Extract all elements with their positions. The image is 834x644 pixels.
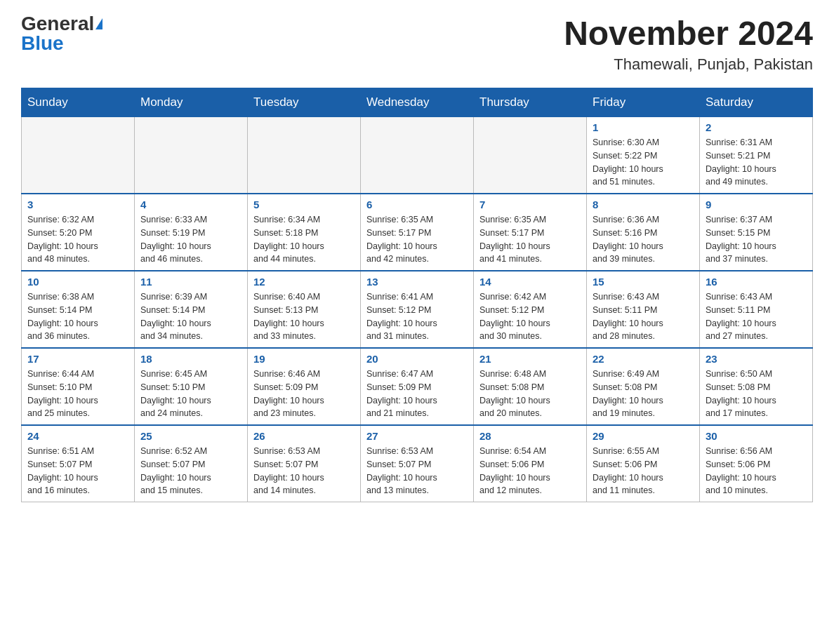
calendar-day-cell: 10Sunrise: 6:38 AM Sunset: 5:14 PM Dayli… <box>22 271 135 348</box>
calendar-week-row: 3Sunrise: 6:32 AM Sunset: 5:20 PM Daylig… <box>22 194 813 271</box>
day-number: 6 <box>366 199 468 210</box>
day-info: Sunrise: 6:44 AM Sunset: 5:10 PM Dayligh… <box>27 368 128 420</box>
day-info: Sunrise: 6:43 AM Sunset: 5:11 PM Dayligh… <box>706 290 807 343</box>
day-info: Sunrise: 6:36 AM Sunset: 5:16 PM Dayligh… <box>593 213 694 266</box>
calendar-day-cell: 2Sunrise: 6:31 AM Sunset: 5:21 PM Daylig… <box>700 117 813 194</box>
calendar-week-row: 17Sunrise: 6:44 AM Sunset: 5:10 PM Dayli… <box>22 348 813 425</box>
day-number: 2 <box>706 121 807 133</box>
day-number: 7 <box>479 199 581 210</box>
day-number: 18 <box>140 353 241 365</box>
day-info: Sunrise: 6:43 AM Sunset: 5:11 PM Dayligh… <box>593 290 694 343</box>
day-number: 3 <box>27 199 128 210</box>
day-number: 29 <box>593 430 694 442</box>
day-info: Sunrise: 6:31 AM Sunset: 5:21 PM Dayligh… <box>706 136 807 189</box>
day-info: Sunrise: 6:54 AM Sunset: 5:06 PM Dayligh… <box>479 445 581 497</box>
day-number: 13 <box>366 276 468 288</box>
day-info: Sunrise: 6:35 AM Sunset: 5:17 PM Dayligh… <box>479 213 581 266</box>
calendar-day-cell: 25Sunrise: 6:52 AM Sunset: 5:07 PM Dayli… <box>135 425 248 502</box>
day-info: Sunrise: 6:48 AM Sunset: 5:08 PM Dayligh… <box>479 368 581 420</box>
weekday-header-wednesday: Wednesday <box>361 88 474 117</box>
weekday-header-thursday: Thursday <box>474 88 587 117</box>
day-number: 20 <box>366 353 468 365</box>
day-number: 26 <box>253 430 355 442</box>
day-number: 12 <box>253 276 355 288</box>
logo: General Blue <box>21 14 102 53</box>
day-number: 5 <box>253 199 355 210</box>
weekday-header-sunday: Sunday <box>22 88 135 117</box>
calendar-day-cell <box>248 117 361 194</box>
day-number: 15 <box>593 276 694 288</box>
calendar-day-cell: 15Sunrise: 6:43 AM Sunset: 5:11 PM Dayli… <box>587 271 700 348</box>
day-info: Sunrise: 6:55 AM Sunset: 5:06 PM Dayligh… <box>593 445 694 497</box>
day-info: Sunrise: 6:42 AM Sunset: 5:12 PM Dayligh… <box>479 290 581 343</box>
day-number: 21 <box>479 353 581 365</box>
weekday-header-monday: Monday <box>135 88 248 117</box>
calendar-day-cell: 16Sunrise: 6:43 AM Sunset: 5:11 PM Dayli… <box>700 271 813 348</box>
weekday-header-friday: Friday <box>587 88 700 117</box>
calendar-day-cell: 6Sunrise: 6:35 AM Sunset: 5:17 PM Daylig… <box>361 194 474 271</box>
day-number: 25 <box>140 430 241 442</box>
calendar-week-row: 1Sunrise: 6:30 AM Sunset: 5:22 PM Daylig… <box>22 117 813 194</box>
day-info: Sunrise: 6:39 AM Sunset: 5:14 PM Dayligh… <box>140 290 241 343</box>
day-number: 10 <box>27 276 128 288</box>
day-info: Sunrise: 6:33 AM Sunset: 5:19 PM Dayligh… <box>140 213 241 266</box>
calendar-day-cell: 8Sunrise: 6:36 AM Sunset: 5:16 PM Daylig… <box>587 194 700 271</box>
day-number: 4 <box>140 199 241 210</box>
day-info: Sunrise: 6:35 AM Sunset: 5:17 PM Dayligh… <box>366 213 468 266</box>
weekday-header-tuesday: Tuesday <box>248 88 361 117</box>
day-number: 9 <box>706 199 807 210</box>
calendar-header-row: SundayMondayTuesdayWednesdayThursdayFrid… <box>22 88 813 117</box>
location-label: Thamewali, Punjab, Pakistan <box>564 55 813 74</box>
day-info: Sunrise: 6:53 AM Sunset: 5:07 PM Dayligh… <box>366 445 468 497</box>
calendar-day-cell: 21Sunrise: 6:48 AM Sunset: 5:08 PM Dayli… <box>474 348 587 425</box>
day-number: 16 <box>706 276 807 288</box>
day-info: Sunrise: 6:53 AM Sunset: 5:07 PM Dayligh… <box>253 445 355 497</box>
day-info: Sunrise: 6:41 AM Sunset: 5:12 PM Dayligh… <box>366 290 468 343</box>
calendar-week-row: 10Sunrise: 6:38 AM Sunset: 5:14 PM Dayli… <box>22 271 813 348</box>
calendar-day-cell: 7Sunrise: 6:35 AM Sunset: 5:17 PM Daylig… <box>474 194 587 271</box>
day-info: Sunrise: 6:37 AM Sunset: 5:15 PM Dayligh… <box>706 213 807 266</box>
calendar-day-cell: 23Sunrise: 6:50 AM Sunset: 5:08 PM Dayli… <box>700 348 813 425</box>
page-header: General Blue November 2024 Thamewali, Pu… <box>21 14 813 74</box>
day-info: Sunrise: 6:40 AM Sunset: 5:13 PM Dayligh… <box>253 290 355 343</box>
day-number: 8 <box>593 199 694 210</box>
day-number: 28 <box>479 430 581 442</box>
day-info: Sunrise: 6:49 AM Sunset: 5:08 PM Dayligh… <box>593 368 694 420</box>
weekday-header-saturday: Saturday <box>700 88 813 117</box>
day-number: 19 <box>253 353 355 365</box>
calendar-day-cell: 28Sunrise: 6:54 AM Sunset: 5:06 PM Dayli… <box>474 425 587 502</box>
day-number: 30 <box>706 430 807 442</box>
calendar-day-cell: 11Sunrise: 6:39 AM Sunset: 5:14 PM Dayli… <box>135 271 248 348</box>
day-number: 27 <box>366 430 468 442</box>
day-info: Sunrise: 6:34 AM Sunset: 5:18 PM Dayligh… <box>253 213 355 266</box>
calendar-day-cell: 12Sunrise: 6:40 AM Sunset: 5:13 PM Dayli… <box>248 271 361 348</box>
calendar-day-cell: 27Sunrise: 6:53 AM Sunset: 5:07 PM Dayli… <box>361 425 474 502</box>
calendar-day-cell: 17Sunrise: 6:44 AM Sunset: 5:10 PM Dayli… <box>22 348 135 425</box>
day-number: 1 <box>593 121 694 133</box>
day-info: Sunrise: 6:30 AM Sunset: 5:22 PM Dayligh… <box>593 136 694 189</box>
day-info: Sunrise: 6:45 AM Sunset: 5:10 PM Dayligh… <box>140 368 241 420</box>
day-number: 24 <box>27 430 128 442</box>
calendar-table: SundayMondayTuesdayWednesdayThursdayFrid… <box>21 88 813 502</box>
title-section: November 2024 Thamewali, Punjab, Pakista… <box>564 14 813 74</box>
calendar-day-cell <box>22 117 135 194</box>
calendar-day-cell: 14Sunrise: 6:42 AM Sunset: 5:12 PM Dayli… <box>474 271 587 348</box>
calendar-day-cell: 26Sunrise: 6:53 AM Sunset: 5:07 PM Dayli… <box>248 425 361 502</box>
day-info: Sunrise: 6:56 AM Sunset: 5:06 PM Dayligh… <box>706 445 807 497</box>
month-title: November 2024 <box>564 14 813 53</box>
day-info: Sunrise: 6:51 AM Sunset: 5:07 PM Dayligh… <box>27 445 128 497</box>
calendar-day-cell: 9Sunrise: 6:37 AM Sunset: 5:15 PM Daylig… <box>700 194 813 271</box>
logo-general-text: General <box>21 14 94 34</box>
calendar-day-cell: 20Sunrise: 6:47 AM Sunset: 5:09 PM Dayli… <box>361 348 474 425</box>
day-info: Sunrise: 6:50 AM Sunset: 5:08 PM Dayligh… <box>706 368 807 420</box>
calendar-day-cell: 22Sunrise: 6:49 AM Sunset: 5:08 PM Dayli… <box>587 348 700 425</box>
calendar-day-cell: 3Sunrise: 6:32 AM Sunset: 5:20 PM Daylig… <box>22 194 135 271</box>
logo-blue-text: Blue <box>21 34 64 53</box>
calendar-day-cell: 24Sunrise: 6:51 AM Sunset: 5:07 PM Dayli… <box>22 425 135 502</box>
calendar-day-cell: 5Sunrise: 6:34 AM Sunset: 5:18 PM Daylig… <box>248 194 361 271</box>
calendar-day-cell: 18Sunrise: 6:45 AM Sunset: 5:10 PM Dayli… <box>135 348 248 425</box>
calendar-day-cell <box>474 117 587 194</box>
day-info: Sunrise: 6:47 AM Sunset: 5:09 PM Dayligh… <box>366 368 468 420</box>
calendar-day-cell: 13Sunrise: 6:41 AM Sunset: 5:12 PM Dayli… <box>361 271 474 348</box>
day-info: Sunrise: 6:52 AM Sunset: 5:07 PM Dayligh… <box>140 445 241 497</box>
